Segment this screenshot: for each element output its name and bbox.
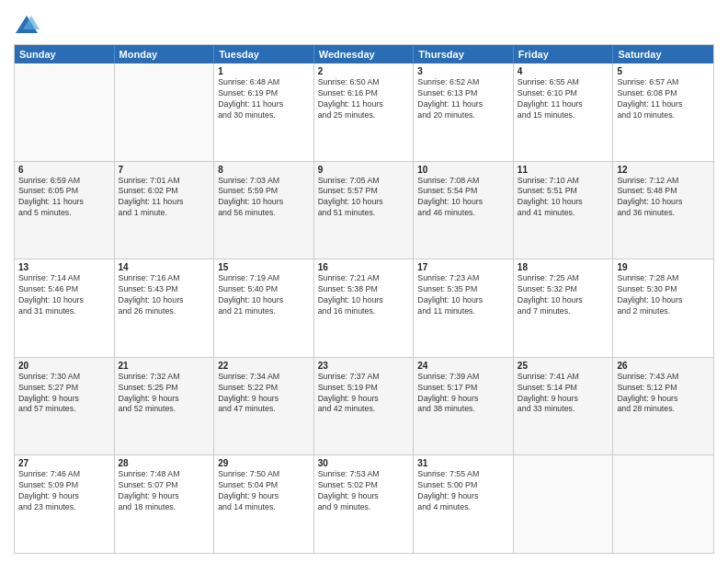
header-day-sunday: Sunday [15,45,115,63]
calendar-cell: 3Sunrise: 6:52 AMSunset: 6:13 PMDaylight… [414,63,514,161]
calendar-cell: 28Sunrise: 7:48 AMSunset: 5:07 PMDayligh… [115,455,215,553]
calendar-row-4: 27Sunrise: 7:46 AMSunset: 5:09 PMDayligh… [15,454,713,553]
day-number: 13 [18,262,110,272]
header-day-tuesday: Tuesday [214,45,314,63]
calendar-cell: 10Sunrise: 7:08 AMSunset: 5:54 PMDayligh… [414,162,514,259]
logo-icon [14,13,40,39]
calendar-header: SundayMondayTuesdayWednesdayThursdayFrid… [15,45,713,63]
calendar-cell: 20Sunrise: 7:30 AMSunset: 5:27 PMDayligh… [15,358,115,455]
calendar-cell: 15Sunrise: 7:19 AMSunset: 5:40 PMDayligh… [214,259,314,357]
cell-info: Sunrise: 7:55 AMSunset: 5:00 PMDaylight:… [417,469,509,513]
day-number: 11 [518,165,609,175]
cell-info: Sunrise: 7:16 AMSunset: 5:43 PMDaylight:… [119,273,210,317]
cell-info: Sunrise: 6:52 AMSunset: 6:13 PMDaylight:… [417,77,509,121]
calendar-cell: 6Sunrise: 6:59 AMSunset: 6:05 PMDaylight… [15,162,115,259]
day-number: 21 [119,361,210,371]
calendar-cell: 8Sunrise: 7:03 AMSunset: 5:59 PMDaylight… [214,162,314,259]
calendar: SundayMondayTuesdayWednesdayThursdayFrid… [14,44,714,554]
cell-info: Sunrise: 7:48 AMSunset: 5:07 PMDaylight:… [119,469,210,513]
header-day-friday: Friday [514,45,614,63]
calendar-cell: 12Sunrise: 7:12 AMSunset: 5:48 PMDayligh… [613,162,713,259]
cell-info: Sunrise: 7:05 AMSunset: 5:57 PMDaylight:… [318,176,410,220]
calendar-cell: 31Sunrise: 7:55 AMSunset: 5:00 PMDayligh… [414,455,514,553]
day-number: 14 [119,262,210,272]
calendar-cell: 7Sunrise: 7:01 AMSunset: 6:02 PMDaylight… [115,162,215,259]
calendar-cell: 9Sunrise: 7:05 AMSunset: 5:57 PMDaylight… [314,162,415,259]
header-day-saturday: Saturday [613,45,713,63]
cell-info: Sunrise: 7:46 AMSunset: 5:09 PMDaylight:… [18,469,110,513]
header [14,9,714,39]
header-day-wednesday: Wednesday [314,45,415,63]
cell-info: Sunrise: 7:21 AMSunset: 5:38 PMDaylight:… [318,273,410,317]
day-number: 26 [617,361,710,371]
calendar-cell: 4Sunrise: 6:55 AMSunset: 6:10 PMDaylight… [514,63,614,161]
cell-info: Sunrise: 7:08 AMSunset: 5:54 PMDaylight:… [417,176,509,220]
calendar-cell [115,63,215,161]
header-day-thursday: Thursday [414,45,514,63]
day-number: 10 [417,165,509,175]
day-number: 24 [417,361,509,371]
calendar-cell: 19Sunrise: 7:28 AMSunset: 5:30 PMDayligh… [613,259,713,357]
day-number: 31 [417,458,509,468]
day-number: 27 [18,458,110,468]
calendar-cell: 27Sunrise: 7:46 AMSunset: 5:09 PMDayligh… [15,455,115,553]
cell-info: Sunrise: 7:43 AMSunset: 5:12 PMDaylight:… [617,372,710,416]
cell-info: Sunrise: 6:57 AMSunset: 6:08 PMDaylight:… [617,77,710,121]
calendar-cell: 26Sunrise: 7:43 AMSunset: 5:12 PMDayligh… [613,358,713,455]
day-number: 1 [218,66,310,76]
logo [14,13,43,39]
calendar-cell: 29Sunrise: 7:50 AMSunset: 5:04 PMDayligh… [214,455,314,553]
cell-info: Sunrise: 7:23 AMSunset: 5:35 PMDaylight:… [417,273,509,317]
calendar-cell: 14Sunrise: 7:16 AMSunset: 5:43 PMDayligh… [115,259,215,357]
day-number: 12 [617,165,710,175]
calendar-cell [613,455,713,553]
day-number: 17 [417,262,509,272]
header-day-monday: Monday [115,45,215,63]
day-number: 5 [617,66,710,76]
calendar-cell: 30Sunrise: 7:53 AMSunset: 5:02 PMDayligh… [314,455,415,553]
cell-info: Sunrise: 7:30 AMSunset: 5:27 PMDaylight:… [18,372,110,416]
cell-info: Sunrise: 7:50 AMSunset: 5:04 PMDaylight:… [218,469,310,513]
calendar-body: 1Sunrise: 6:48 AMSunset: 6:19 PMDaylight… [15,63,713,553]
calendar-cell: 25Sunrise: 7:41 AMSunset: 5:14 PMDayligh… [514,358,614,455]
day-number: 30 [318,458,410,468]
cell-info: Sunrise: 7:39 AMSunset: 5:17 PMDaylight:… [417,372,509,416]
cell-info: Sunrise: 7:41 AMSunset: 5:14 PMDaylight:… [518,372,609,416]
cell-info: Sunrise: 7:28 AMSunset: 5:30 PMDaylight:… [617,273,710,317]
calendar-cell: 5Sunrise: 6:57 AMSunset: 6:08 PMDaylight… [613,63,713,161]
cell-info: Sunrise: 7:19 AMSunset: 5:40 PMDaylight:… [218,273,310,317]
day-number: 2 [318,66,410,76]
calendar-row-0: 1Sunrise: 6:48 AMSunset: 6:19 PMDaylight… [15,63,713,161]
day-number: 16 [318,262,410,272]
calendar-cell [514,455,614,553]
cell-info: Sunrise: 7:01 AMSunset: 6:02 PMDaylight:… [119,176,210,220]
calendar-row-1: 6Sunrise: 6:59 AMSunset: 6:05 PMDaylight… [15,161,713,259]
cell-info: Sunrise: 7:37 AMSunset: 5:19 PMDaylight:… [318,372,410,416]
calendar-cell: 11Sunrise: 7:10 AMSunset: 5:51 PMDayligh… [514,162,614,259]
day-number: 7 [119,165,210,175]
cell-info: Sunrise: 7:03 AMSunset: 5:59 PMDaylight:… [218,176,310,220]
day-number: 9 [318,165,410,175]
cell-info: Sunrise: 6:50 AMSunset: 6:16 PMDaylight:… [318,77,410,121]
cell-info: Sunrise: 7:32 AMSunset: 5:25 PMDaylight:… [119,372,210,416]
day-number: 29 [218,458,310,468]
cell-info: Sunrise: 7:53 AMSunset: 5:02 PMDaylight:… [318,469,410,513]
cell-info: Sunrise: 7:25 AMSunset: 5:32 PMDaylight:… [518,273,609,317]
day-number: 18 [518,262,609,272]
calendar-cell: 16Sunrise: 7:21 AMSunset: 5:38 PMDayligh… [314,259,415,357]
cell-info: Sunrise: 7:12 AMSunset: 5:48 PMDaylight:… [617,176,710,220]
calendar-row-2: 13Sunrise: 7:14 AMSunset: 5:46 PMDayligh… [15,259,713,357]
cell-info: Sunrise: 6:59 AMSunset: 6:05 PMDaylight:… [18,176,110,220]
day-number: 8 [218,165,310,175]
calendar-cell: 23Sunrise: 7:37 AMSunset: 5:19 PMDayligh… [314,358,415,455]
calendar-cell: 17Sunrise: 7:23 AMSunset: 5:35 PMDayligh… [414,259,514,357]
day-number: 20 [18,361,110,371]
day-number: 25 [518,361,609,371]
calendar-row-3: 20Sunrise: 7:30 AMSunset: 5:27 PMDayligh… [15,357,713,455]
day-number: 3 [417,66,509,76]
day-number: 23 [318,361,410,371]
calendar-cell: 18Sunrise: 7:25 AMSunset: 5:32 PMDayligh… [514,259,614,357]
day-number: 6 [18,165,110,175]
day-number: 15 [218,262,310,272]
calendar-cell: 22Sunrise: 7:34 AMSunset: 5:22 PMDayligh… [214,358,314,455]
